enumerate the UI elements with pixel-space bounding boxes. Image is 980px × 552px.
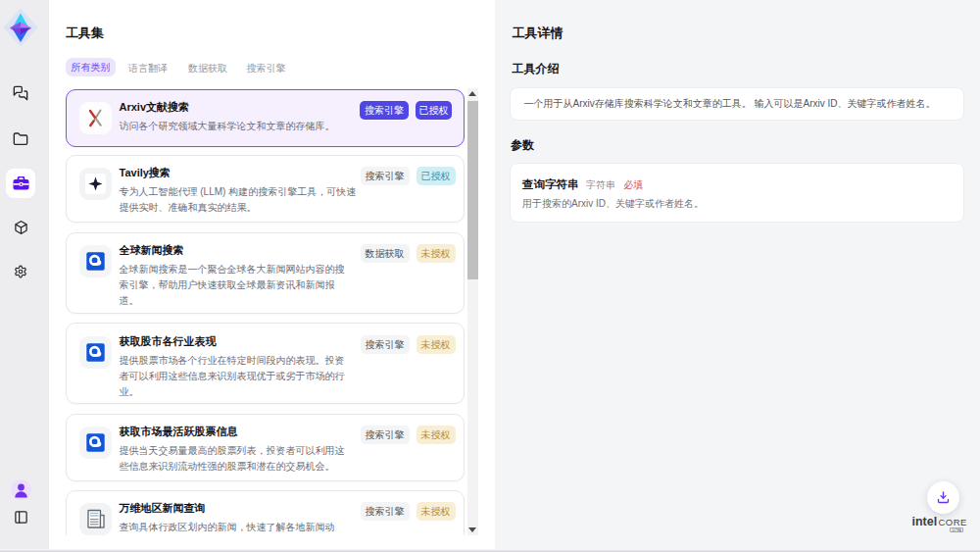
svg-text:ULTRA: ULTRA [952,528,961,532]
